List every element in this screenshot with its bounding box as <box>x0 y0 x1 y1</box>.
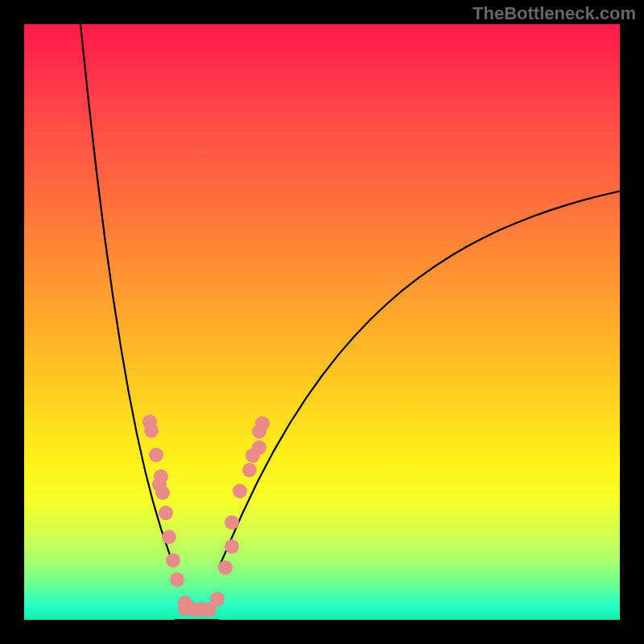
data-dot <box>225 539 239 554</box>
data-dot <box>162 530 176 544</box>
plot-area <box>24 24 620 620</box>
data-dot <box>144 423 159 438</box>
watermark-text: TheBottleneck.com <box>473 3 636 24</box>
data-dot <box>155 485 170 500</box>
data-dot <box>242 463 257 477</box>
chart-frame: TheBottleneck.com <box>0 0 644 644</box>
data-dot <box>233 484 247 498</box>
dots-layer <box>24 24 620 620</box>
data-dot <box>218 560 233 575</box>
data-dot <box>252 440 266 455</box>
data-dot <box>166 553 180 568</box>
data-dot <box>170 572 184 587</box>
data-dot <box>255 416 270 431</box>
data-dot <box>149 448 163 462</box>
data-dot <box>210 592 225 606</box>
data-dot <box>225 515 239 530</box>
data-dot <box>159 506 173 520</box>
